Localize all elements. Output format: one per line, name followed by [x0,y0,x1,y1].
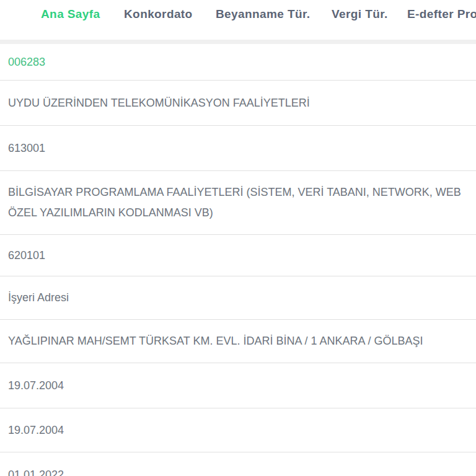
nav-item-vergi-tur[interactable]: Vergi Tür. [332,7,388,21]
table-row: 620101 [0,235,476,276]
workplace-address-value: YAĞLIPINAR MAH/SEMT TÜRKSAT KM. EVL. İDA… [8,331,468,351]
nav-item-konkordato[interactable]: Konkordato [124,7,193,21]
table-row: İşyeri Adresi [0,276,476,320]
nav-item-beyanname-tur[interactable]: Beyanname Tür. [216,7,310,21]
activity-name-2-line-2: ÖZEL YAZILIMLARIN KODLANMASI VB) [8,203,468,223]
registry-code-value[interactable]: 006283 [8,52,468,73]
date-value-3: 01.01.2022 [8,465,468,476]
table-row: UYDU ÜZERİNDEN TELEKOMÜNİKASYON FAALİYET… [0,81,476,126]
workplace-address-label: İşyeri Adresi [8,288,468,308]
table-row: YAĞLIPINAR MAH/SEMT TÜRKSAT KM. EVL. İDA… [0,320,476,363]
top-navigation: Ana Sayfa Konkordato Beyanname Tür. Verg… [0,0,476,40]
activity-code-value: 613001 [8,138,468,159]
nav-item-e-defter[interactable]: E-defter Pro [407,7,476,21]
content-divider [0,40,476,44]
date-value-1: 19.07.2004 [8,376,468,396]
table-row: BİLGİSAYAR PROGRAMLAMA FAALİYETLERİ (SİS… [0,171,476,235]
table-row: 19.07.2004 [0,363,476,408]
activity-name-value: UYDU ÜZERİNDEN TELEKOMÜNİKASYON FAALİYET… [8,93,468,113]
table-row: 613001 [0,126,476,171]
table-row: 01.01.2022 [0,452,476,476]
nav-item-ana-sayfa[interactable]: Ana Sayfa [41,7,100,21]
table-row: 006283 [0,44,476,81]
activity-code-2-value: 620101 [8,245,468,266]
date-value-2: 19.07.2004 [8,420,468,441]
record-detail-table: 006283 UYDU ÜZERİNDEN TELEKOMÜNİKASYON F… [0,44,476,476]
page: Ana Sayfa Konkordato Beyanname Tür. Verg… [0,0,476,476]
activity-name-2-line-1: BİLGİSAYAR PROGRAMLAMA FAALİYETLERİ (SİS… [8,182,468,203]
table-row: 19.07.2004 [0,408,476,452]
